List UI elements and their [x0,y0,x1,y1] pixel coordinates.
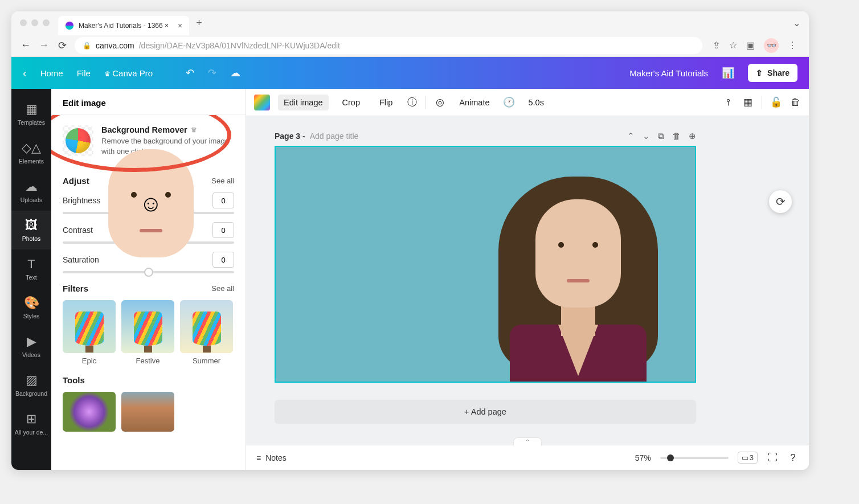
photos-icon: 🖼 [25,218,38,233]
tabs-dropdown-button[interactable]: ⌄ [793,18,800,28]
canva-favicon [65,21,74,30]
upload-icon: ⇧ [756,68,763,77]
page-up-button[interactable]: ⌃ [627,131,635,141]
page-title-input[interactable]: Add page title [310,132,623,141]
slider-thumb[interactable] [144,268,153,277]
zoom-label[interactable]: 57% [635,453,651,462]
tool-smartmockup[interactable] [63,392,116,432]
tool-frames[interactable] [121,392,174,432]
traffic-lights [20,19,50,26]
share-icon[interactable]: ⇪ [713,40,720,51]
analytics-icon[interactable]: 📊 [722,67,734,79]
rail-videos[interactable]: ▶Videos [11,327,51,366]
page-down-button[interactable]: ⌄ [643,131,650,141]
new-tab-button[interactable]: + [196,17,202,29]
project-name[interactable]: Maker's Aid Tutorials [629,68,708,78]
close-tab-button[interactable]: × [178,21,182,30]
crop-button[interactable]: Crop [337,95,366,110]
redo-button[interactable]: ↷ [208,67,216,79]
canva-pro-link[interactable]: ♛ Canva Pro [104,68,153,78]
canvas-scroll[interactable]: ⟳ Page 3 - Add page title ⌃ ⌄ ⧉ 🗑 ⊕ [246,116,809,445]
undo-button[interactable]: ↶ [186,67,194,79]
add-page-button[interactable]: + Add page [275,400,696,424]
delete-page-button[interactable]: 🗑 [672,131,681,141]
back-button[interactable]: ← [20,39,31,51]
saturation-label: Saturation [63,255,99,264]
maximize-window-button[interactable] [43,19,50,26]
minimize-window-button[interactable] [31,19,38,26]
duration-button[interactable]: 5.0s [523,95,550,110]
filter-summer[interactable]: Summer [180,300,233,365]
duplicate-page-button[interactable]: ⧉ [658,131,664,141]
extensions-icon[interactable]: ▣ [746,40,755,51]
close-window-button[interactable] [20,19,27,26]
tab-title: Maker's Aid Tutorials - 1366 × [79,22,169,30]
contrast-value[interactable]: 0 [212,222,234,238]
adjust-see-all[interactable]: See all [211,177,234,185]
bookmark-icon[interactable]: ☆ [729,40,737,51]
tool-face[interactable]: ☺ [108,149,194,257]
color-picker-button[interactable] [254,95,270,110]
browser-menu-icon[interactable]: ⋮ [788,40,797,51]
effects-icon[interactable]: ⫯ [723,97,734,108]
filter-epic[interactable]: Epic [63,300,116,365]
filters-section-header: Filters See all [63,284,234,293]
saturation-slider[interactable] [63,271,234,273]
add-page-icon[interactable]: ⊕ [689,131,696,141]
filter-festive[interactable]: Festive [121,300,174,365]
cloud-sync-icon[interactable]: ☁ [230,67,240,79]
profile-avatar[interactable]: 👓 [764,38,779,53]
url-path: /design/DAE-NzV3p8A/01NVlNzdedLNP-KUWju3… [139,41,340,50]
lock-button[interactable]: 🔓 [770,97,782,108]
elements-icon: ◇△ [22,141,41,155]
notes-button[interactable]: ≡ Notes [256,453,287,462]
lock-icon: 🔒 [83,42,91,50]
page-controls: ⌃ ⌄ ⧉ 🗑 ⊕ [627,131,696,141]
tools-section-header: Tools [63,375,234,385]
browser-tab[interactable]: Maker's Aid Tutorials - 1366 × × [58,16,189,35]
panel-scroll[interactable]: Background Remover ♛ Remove the backgrou… [51,115,246,470]
canvas-page[interactable] [275,146,696,383]
home-link[interactable]: Home [40,68,63,78]
brightness-value[interactable]: 0 [212,192,234,208]
page-thumbnails-pull[interactable]: ⌃ [513,437,542,445]
flip-button[interactable]: Flip [374,95,398,110]
background-remover-thumb [63,125,93,156]
back-chevron-icon[interactable]: ‹ [23,67,27,80]
tools-title: Tools [63,375,85,385]
context-toolbar: Edit image Crop Flip ⓘ ◎ Animate 🕐 5.0s … [246,89,809,116]
rail-text[interactable]: TText [11,249,51,288]
file-menu[interactable]: File [77,68,91,78]
transparency-icon[interactable]: ▦ [742,97,754,108]
portrait-image[interactable] [478,165,678,382]
share-button[interactable]: ⇧ Share [748,64,797,82]
help-button[interactable]: ? [787,452,799,464]
filter-thumb [63,300,116,353]
rail-background[interactable]: ▨Background [11,366,51,404]
address-bar[interactable]: 🔒 canva.com/design/DAE-NzV3p8A/01NVlNzde… [75,37,702,54]
side-panel: Edit image Background Remover ♛ Remove t… [51,89,246,470]
forward-button[interactable]: → [38,39,50,51]
adjust-title: Adjust [63,176,89,186]
rail-all-your-designs[interactable]: ⊞All your de... [11,404,51,443]
animate-button[interactable]: Animate [453,95,495,110]
zoom-slider[interactable] [660,457,729,459]
crown-icon: ♛ [191,126,197,134]
filters-see-all[interactable]: See all [211,284,234,293]
page-header: Page 3 - Add page title ⌃ ⌄ ⧉ 🗑 ⊕ [275,131,696,141]
sync-badge[interactable]: ⟳ [769,190,792,213]
rail-photos[interactable]: 🖼Photos [11,211,51,249]
edit-image-button[interactable]: Edit image [278,95,329,110]
animate-icon: ◎ [434,97,445,108]
rail-uploads[interactable]: ☁Uploads [11,172,51,211]
fullscreen-button[interactable]: ⛶ [767,452,778,464]
rail-elements[interactable]: ◇△Elements [11,133,51,172]
rail-templates[interactable]: ▦Templates [11,95,51,133]
saturation-value[interactable]: 0 [212,252,234,268]
tab-strip: Maker's Aid Tutorials - 1366 × × + [58,13,800,32]
reload-button[interactable]: ⟳ [56,39,68,52]
info-icon[interactable]: ⓘ [406,97,418,108]
rail-styles[interactable]: 🎨Styles [11,288,51,327]
page-indicator[interactable]: ▭ 3 [738,452,758,464]
delete-button[interactable]: 🗑 [790,97,801,108]
